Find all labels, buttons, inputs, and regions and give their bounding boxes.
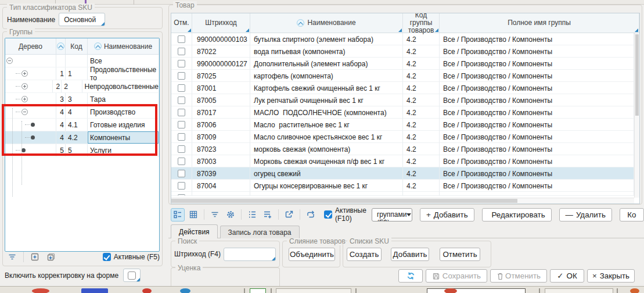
row-checkbox[interactable] <box>178 60 185 67</box>
tree-bullet-icon[interactable] <box>31 123 35 127</box>
table-row[interactable]: 87003Морковь свежая очищенная п/ф вес 1 … <box>171 155 634 167</box>
column-header-barcode[interactable]: Штрихкод <box>192 13 250 33</box>
numbered-list-icon[interactable] <box>245 208 259 221</box>
horizontal-scrollbar[interactable] <box>171 198 634 203</box>
row-checkbox[interactable] <box>178 97 185 104</box>
table-row[interactable]: 9900000000127Дополнительный (элемент наб… <box>171 58 634 70</box>
table-row[interactable]: 87023морковь свежая (компонента)4.2Все /… <box>171 143 634 155</box>
row-checkbox[interactable] <box>178 35 185 43</box>
table-row[interactable]: 87022вода питьевая (компонента)4.2Все / … <box>171 45 634 58</box>
barcode-search-input[interactable] <box>224 248 276 261</box>
tree-row[interactable]: 55Услуги <box>5 144 159 157</box>
add-group-icon[interactable] <box>28 251 42 264</box>
row-checkbox[interactable] <box>178 109 185 116</box>
tab-actions[interactable]: Действия <box>171 224 218 238</box>
merge-button[interactable]: Объединить <box>289 248 335 261</box>
tree-row[interactable]: 44.1Готовые изделия <box>5 119 159 131</box>
expand-icon[interactable] <box>21 70 28 77</box>
settings-gear-icon[interactable] <box>224 208 238 221</box>
tree-bullet-icon[interactable] <box>21 148 26 152</box>
tree-row[interactable]: 33Тара <box>5 93 159 106</box>
expand-icon[interactable] <box>21 83 28 90</box>
tree-row[interactable]: 22Непродовольственные <box>5 80 159 93</box>
copy-button[interactable]: Ко <box>620 208 644 221</box>
add-button[interactable]: + Добавить <box>420 208 474 221</box>
table-row[interactable]: 9900000000103бутылка спиртного (элемент … <box>171 33 634 45</box>
active-f5-checkbox[interactable]: Активные (F5) <box>103 253 160 261</box>
column-header-tree[interactable]: Дерево <box>5 38 56 54</box>
row-checkbox[interactable] <box>178 72 185 80</box>
delete-button[interactable]: — Удалить <box>559 208 612 221</box>
taskbar-icon[interactable] <box>81 288 108 293</box>
column-header-group-code[interactable]: Код группы товаров <box>403 13 440 33</box>
taskbar-icon[interactable] <box>180 288 190 293</box>
row-checkbox[interactable] <box>178 194 185 196</box>
column-header-sort[interactable] <box>56 38 66 54</box>
column-header-name[interactable]: Наименование <box>250 13 403 33</box>
classifier-select[interactable]: Основной <box>59 13 105 26</box>
table-row[interactable]: 87039огурец свежий4.2Все / Производство … <box>171 167 634 180</box>
add-to-list-icon[interactable] <box>261 208 275 221</box>
mark-list-button[interactable]: Отметить <box>440 248 480 261</box>
table-row[interactable]: 87017МАСЛО ПОДСОЛНЕЧНОЕ (компонента)4.2В… <box>171 106 634 119</box>
filter-icon[interactable] <box>5 251 19 264</box>
table-row[interactable]: 87025картофель (компонента)4.2Все / Прои… <box>171 70 634 82</box>
taskbar-icon[interactable] <box>32 288 49 293</box>
taskbar-icon[interactable] <box>427 288 526 293</box>
vertical-scrollbar[interactable] <box>634 33 639 198</box>
collapse-icon[interactable] <box>21 109 28 115</box>
table-row[interactable]: 87020перец (компонента)4.2Все / Производ… <box>171 192 634 196</box>
filter-icon[interactable] <box>208 208 222 221</box>
table-row[interactable]: 87006Масло растительное вес 1 кг4.2Все /… <box>171 119 634 131</box>
groups-mode-select[interactable]: С группами (F9) <box>372 208 412 221</box>
row-checkbox[interactable] <box>178 145 185 153</box>
collapse-icon[interactable] <box>6 58 13 64</box>
row-checkbox[interactable] <box>178 48 185 55</box>
column-header-group-full[interactable]: Полное имя группы <box>440 13 639 33</box>
taskbar-icon[interactable] <box>142 288 152 293</box>
list-view-icon[interactable] <box>171 208 185 221</box>
column-header-name[interactable]: Наименование <box>88 38 159 54</box>
taskbar-icon[interactable] <box>444 288 457 293</box>
row-checkbox[interactable] <box>178 133 185 141</box>
tab-product-log[interactable]: Запись лога товара <box>220 226 300 238</box>
refresh-button[interactable] <box>398 269 423 283</box>
form-correction-checkbox[interactable] <box>123 269 141 282</box>
row-checkbox[interactable] <box>178 170 185 177</box>
taskbar-icon[interactable] <box>545 288 613 293</box>
row-checkbox[interactable] <box>178 158 185 165</box>
expand-icon[interactable] <box>21 96 28 102</box>
taskbar-icon[interactable] <box>630 288 639 293</box>
table-row[interactable]: 87004Огурцы консервированные вес 1 кг4.2… <box>171 180 634 192</box>
add-to-list-button[interactable]: Добавить <box>391 248 429 261</box>
row-checkbox[interactable] <box>178 121 185 128</box>
add-subgroup-icon[interactable] <box>44 251 58 264</box>
tree-row[interactable]: 44.2Компоненты <box>5 131 159 144</box>
row-checkbox[interactable] <box>178 84 185 92</box>
grid-view-icon[interactable] <box>186 208 200 221</box>
tree-bullet-icon[interactable] <box>31 135 35 140</box>
ok-button[interactable]: ✓ ОК <box>550 269 584 283</box>
column-header-mark[interactable]: Отм. <box>171 13 192 33</box>
edit-button[interactable]: Редактировать <box>482 208 552 221</box>
create-list-button[interactable]: Создать <box>347 248 382 261</box>
close-button[interactable]: × Закрыть <box>587 269 635 283</box>
open-external-icon[interactable] <box>282 208 296 221</box>
cancel-button[interactable]: Отменить <box>490 269 547 283</box>
reload-loop-icon[interactable] <box>304 208 318 221</box>
name-cell: вода питьевая (компонента) <box>250 45 403 58</box>
tree-row[interactable]: 44Производство <box>5 106 159 119</box>
table-row[interactable]: 87001Картофель свежий очищенный вес 1 кг… <box>171 82 634 94</box>
table-row[interactable]: 87009Масло сливочное крестьянское вес 1 … <box>171 131 634 143</box>
taskbar-icon[interactable] <box>250 288 266 293</box>
scrollbar-thumb[interactable] <box>171 199 517 203</box>
save-button[interactable]: Сохранить <box>426 269 487 283</box>
tree-row[interactable]: 11Продовольственные то <box>5 67 159 80</box>
column-header-code[interactable]: Код <box>66 38 88 54</box>
scrollbar-thumb[interactable] <box>635 34 639 116</box>
row-checkbox[interactable] <box>178 182 185 190</box>
taskbar-icon[interactable] <box>276 288 351 293</box>
active-f10-checkbox[interactable]: Активные (F10) <box>324 206 366 223</box>
table-row[interactable]: 87005Лук репчатый очищенный вес 1 кг4.2В… <box>171 94 634 106</box>
group-code-cell: 4.2 <box>403 167 440 180</box>
